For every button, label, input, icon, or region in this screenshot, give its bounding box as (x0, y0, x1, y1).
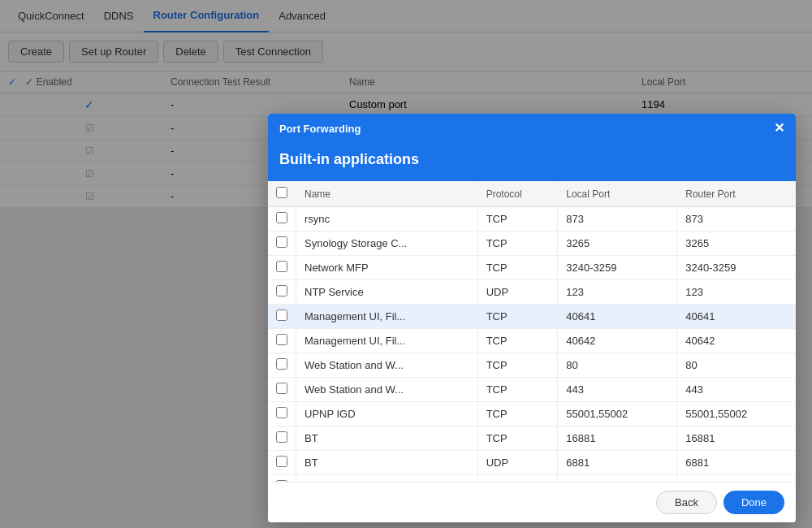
inner-table-row[interactable]: Management UI, Fil... TCP 40642 40642 (268, 329, 796, 353)
row-protocol: TCP (477, 378, 558, 402)
modal-table-body: rsync TCP 873 873 Synology Storage C... … (268, 207, 796, 483)
row-local-port: 3240-3259 (558, 256, 677, 280)
modal-footer: Back Done (268, 482, 796, 522)
row-router-port: 3265 (677, 232, 796, 256)
row-checkbox[interactable] (276, 261, 287, 272)
inner-table-row[interactable]: Network MFP TCP 3240-3259 3240-3259 (268, 256, 796, 280)
row-name: eMule (296, 475, 478, 483)
done-button[interactable]: Done (723, 491, 784, 514)
row-checkbox-cell[interactable] (268, 232, 296, 256)
row-protocol: UDP (477, 451, 558, 475)
row-name: BT (296, 451, 478, 475)
modal-table-scroll[interactable]: Name Protocol Local Port Router Port rsy… (268, 181, 796, 482)
row-router-port: 4662 (677, 475, 796, 483)
row-protocol: TCP (477, 232, 558, 256)
row-protocol: TCP (477, 426, 558, 451)
row-protocol: TCP (477, 256, 558, 280)
row-checkbox-cell[interactable] (268, 256, 296, 280)
row-protocol: TCP (477, 475, 558, 483)
inner-table-row[interactable]: rsync TCP 873 873 (268, 207, 796, 232)
col-header-name: Name (296, 181, 478, 207)
inner-table-row[interactable]: UPNP IGD TCP 55001,55002 55001,55002 (268, 402, 796, 426)
row-name: rsync (296, 207, 478, 232)
modal-title: Built-in applications (279, 151, 784, 168)
inner-table: Name Protocol Local Port Router Port rsy… (268, 181, 796, 482)
row-checkbox[interactable] (276, 236, 287, 248)
row-name: Management UI, Fil... (296, 329, 478, 353)
row-checkbox[interactable] (276, 383, 287, 394)
row-checkbox[interactable] (276, 456, 287, 467)
row-checkbox[interactable] (276, 431, 287, 443)
row-local-port: 6881 (558, 451, 677, 475)
row-router-port: 6881 (677, 451, 796, 475)
row-router-port: 40641 (677, 305, 796, 329)
modal-body: Name Protocol Local Port Router Port rsy… (268, 181, 796, 482)
row-checkbox-cell[interactable] (268, 305, 296, 329)
inner-table-row[interactable]: BT TCP 16881 16881 (268, 426, 796, 451)
row-checkbox-cell[interactable] (268, 207, 296, 232)
row-checkbox-cell[interactable] (268, 426, 296, 451)
row-checkbox[interactable] (276, 480, 287, 482)
row-router-port: 55001,55002 (677, 402, 796, 426)
inner-table-row[interactable]: Management UI, Fil... TCP 40641 40641 (268, 305, 796, 329)
row-checkbox-cell[interactable] (268, 451, 296, 475)
row-protocol: UDP (477, 280, 558, 305)
row-checkbox-cell[interactable] (268, 475, 296, 483)
row-checkbox-cell[interactable] (268, 329, 296, 353)
row-protocol: TCP (477, 402, 558, 426)
inner-table-row[interactable]: Web Station and W... TCP 80 80 (268, 353, 796, 378)
row-router-port: 873 (677, 207, 796, 232)
row-checkbox[interactable] (276, 358, 287, 370)
row-checkbox-cell[interactable] (268, 280, 296, 305)
row-local-port: 3265 (558, 232, 677, 256)
inner-table-header-row: Name Protocol Local Port Router Port (268, 181, 796, 207)
row-checkbox-cell[interactable] (268, 402, 296, 426)
row-name: UPNP IGD (296, 402, 478, 426)
col-header-router-port: Router Port (677, 181, 796, 207)
inner-table-row[interactable]: eMule TCP 4662 4662 (268, 475, 796, 483)
row-checkbox[interactable] (276, 334, 287, 345)
row-local-port: 16881 (558, 426, 677, 451)
row-local-port: 55001,55002 (558, 402, 677, 426)
row-router-port: 16881 (677, 426, 796, 451)
row-local-port: 40642 (558, 329, 677, 353)
select-all-checkbox[interactable] (276, 187, 287, 198)
row-protocol: TCP (477, 329, 558, 353)
modal-header-label: Port Forwarding (279, 123, 361, 135)
row-checkbox[interactable] (276, 407, 287, 418)
row-router-port: 80 (677, 353, 796, 378)
row-checkbox-cell[interactable] (268, 378, 296, 402)
modal-header: Port Forwarding ✕ (268, 114, 796, 143)
row-name: Web Station and W... (296, 353, 478, 378)
row-local-port: 40641 (558, 305, 677, 329)
inner-table-row[interactable]: Web Station and W... TCP 443 443 (268, 378, 796, 402)
row-protocol: TCP (477, 305, 558, 329)
row-local-port: 123 (558, 280, 677, 305)
col-header-checkbox (268, 181, 296, 207)
row-router-port: 40642 (677, 329, 796, 353)
row-checkbox[interactable] (276, 309, 287, 321)
row-name: Web Station and W... (296, 378, 478, 402)
row-name: BT (296, 426, 478, 451)
inner-table-row[interactable]: NTP Service UDP 123 123 (268, 280, 796, 305)
modal-title-section: Built-in applications (268, 143, 796, 181)
inner-table-row[interactable]: BT UDP 6881 6881 (268, 451, 796, 475)
close-button[interactable]: ✕ (774, 122, 784, 135)
row-name: Network MFP (296, 256, 478, 280)
row-name: Management UI, Fil... (296, 305, 478, 329)
row-local-port: 443 (558, 378, 677, 402)
row-name: Synology Storage C... (296, 232, 478, 256)
inner-table-row[interactable]: Synology Storage C... TCP 3265 3265 (268, 232, 796, 256)
col-header-protocol: Protocol (477, 181, 558, 207)
row-router-port: 123 (677, 280, 796, 305)
row-local-port: 4662 (558, 475, 677, 483)
row-checkbox[interactable] (276, 285, 287, 296)
row-router-port: 443 (677, 378, 796, 402)
back-button[interactable]: Back (656, 491, 717, 514)
row-local-port: 873 (558, 207, 677, 232)
row-local-port: 80 (558, 353, 677, 378)
row-checkbox[interactable] (276, 212, 287, 223)
port-forwarding-modal: Port Forwarding ✕ Built-in applications … (268, 114, 796, 522)
row-name: NTP Service (296, 280, 478, 305)
row-checkbox-cell[interactable] (268, 353, 296, 378)
